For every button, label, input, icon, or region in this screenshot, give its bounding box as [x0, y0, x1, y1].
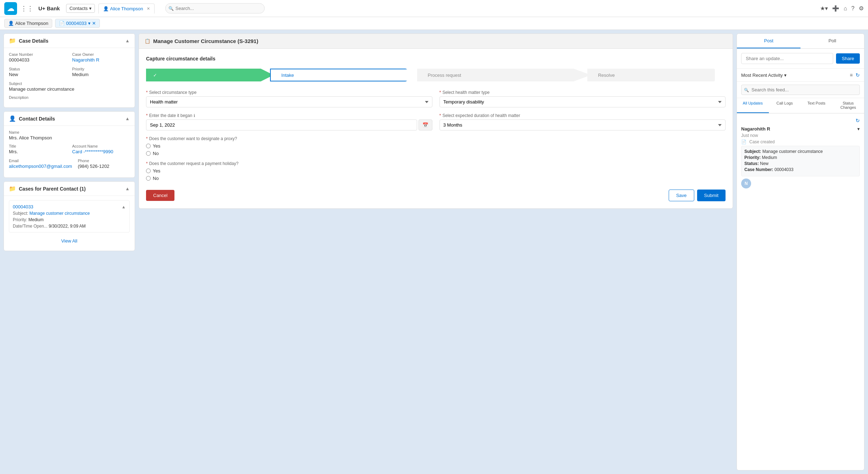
case-item-expand-icon[interactable]: ▲: [122, 204, 126, 209]
calendar-icon-button[interactable]: 📅: [419, 119, 432, 131]
feed-search-input[interactable]: [741, 85, 860, 95]
refresh-icon[interactable]: ↻: [856, 72, 860, 78]
cloud-icon: ☁: [7, 4, 14, 13]
payment-yes-label: Yes: [153, 168, 160, 174]
case-number-field: Case Number 00004033: [9, 52, 66, 63]
case-datetime-row: Date/Time Open... 9/30/2022, 9:09 AM: [13, 224, 126, 229]
cases-parent-title-group: 📁 Cases for Parent Contact (1): [9, 185, 86, 192]
tab-call-logs[interactable]: Call Logs: [769, 98, 801, 113]
btn-group: Save Submit: [669, 190, 726, 201]
breadcrumb-case-label: 00004033: [66, 21, 87, 26]
proxy-no-option[interactable]: No: [146, 151, 726, 156]
duration-label: * Select expected duration of health mat…: [440, 113, 726, 118]
main-layout: 📁 Case Details ▲ Case Number 00004033 Ca…: [0, 30, 868, 474]
submit-button[interactable]: Submit: [697, 190, 726, 201]
description-field: Description: [9, 95, 130, 100]
account-name-label: Account Name: [72, 144, 130, 148]
proxy-no-label: No: [153, 151, 159, 156]
case-subject-row: Subject: Manage customer circumstance: [13, 211, 126, 216]
title-value: Mrs.: [9, 149, 66, 154]
activity-filter-label: Most Recent Activity ▾: [741, 73, 787, 78]
share-button[interactable]: Share: [836, 53, 860, 64]
form-row-2: * Enter the date it began ℹ 📅 * Select e: [146, 113, 726, 131]
subject-field: Subject Manage customer circumstance: [9, 81, 130, 92]
contacts-dropdown[interactable]: Contacts ▾: [66, 4, 95, 13]
account-name-value[interactable]: Card -**********9990: [72, 149, 130, 154]
duration-select[interactable]: 3 Months: [440, 119, 726, 131]
home-icon[interactable]: ⌂: [843, 5, 847, 12]
status-label: Status: [9, 67, 66, 71]
activity-expand-icon[interactable]: ▾: [857, 126, 860, 132]
new-record-icon[interactable]: ➕: [832, 5, 839, 12]
close-tab-icon[interactable]: ✕: [147, 6, 150, 11]
activity-priority: Priority: Medium: [744, 155, 857, 160]
proxy-yes-option[interactable]: Yes: [146, 143, 726, 149]
share-input[interactable]: [741, 53, 833, 64]
save-button[interactable]: Save: [669, 190, 694, 201]
date-began-group: * Enter the date it began ℹ 📅: [146, 113, 432, 131]
payment-no-radio[interactable]: [146, 176, 151, 181]
required-marker-6: *: [146, 161, 148, 166]
activity-filter-chevron[interactable]: ▾: [784, 73, 787, 78]
activity-detail-box: Subject: Manage customer circumstance Pr…: [741, 146, 860, 176]
subject-label: Subject: [9, 81, 130, 86]
cancel-button[interactable]: Cancel: [146, 190, 174, 201]
settings-icon[interactable]: ⚙: [859, 5, 864, 12]
view-all-link[interactable]: View All: [9, 235, 130, 246]
activity-item: Nagarohith R ▾ Just now 📄 Case created S…: [741, 126, 860, 188]
document-icon: 📄: [59, 21, 65, 26]
favorites-icon[interactable]: ★▾: [820, 5, 828, 12]
proxy-no-radio[interactable]: [146, 151, 151, 156]
tab-poll[interactable]: Poll: [800, 34, 864, 48]
activity-refresh-icon[interactable]: ↻: [856, 118, 860, 123]
tab-status-changes[interactable]: Status Changes: [832, 98, 864, 113]
app-name: U+ Bank: [38, 5, 60, 11]
activity-user-row: Nagarohith R ▾: [741, 126, 860, 132]
feed-search: 🔍: [737, 82, 864, 98]
health-matter-type-select[interactable]: Temporary disability: [440, 96, 726, 107]
case-priority-row: Priority: Medium: [13, 217, 126, 222]
email-phone-row: Email alicethompson007@gmail.com Phone (…: [9, 159, 130, 169]
collapse-contact-icon[interactable]: ▲: [125, 116, 130, 121]
filter-icon[interactable]: ≡: [850, 72, 853, 78]
alice-thompson-tab[interactable]: 👤 Alice Thompson ✕: [98, 4, 155, 14]
tab-text-posts[interactable]: Text Posts: [800, 98, 832, 113]
phone-value: (984) 526-1202: [78, 164, 130, 169]
salesforce-logo: ☁: [4, 2, 17, 15]
contact-details-title-group: 👤 Contact Details: [9, 115, 55, 122]
proxy-question-label: * Does the customer want to designate a …: [146, 136, 726, 141]
priority-label: Priority: [72, 67, 130, 71]
global-search-input[interactable]: [165, 3, 265, 14]
tab-all-updates[interactable]: All Updates: [737, 98, 769, 113]
case-details-body: Case Number 00004033 Case Owner Nagarohi…: [4, 48, 135, 107]
case-details-title: Case Details: [19, 38, 48, 44]
app-launcher-icon[interactable]: ⋮⋮: [21, 5, 33, 12]
collapse-case-icon[interactable]: ▲: [125, 38, 130, 43]
contact-tab-icon: 👤: [103, 6, 109, 11]
case-owner-value[interactable]: Nagarohith R: [72, 57, 130, 63]
proxy-yes-radio[interactable]: [146, 144, 151, 148]
date-began-input[interactable]: [146, 119, 417, 131]
payment-yes-option[interactable]: Yes: [146, 168, 726, 174]
modal-subtitle: Capture circumstance details: [146, 56, 726, 62]
checkmark-icon: ✓: [153, 73, 157, 78]
activity-avatar: N: [741, 179, 751, 188]
payment-no-option[interactable]: No: [146, 176, 726, 181]
payment-yes-radio[interactable]: [146, 169, 151, 173]
help-icon[interactable]: ?: [851, 5, 854, 12]
collapse-cases-icon[interactable]: ▲: [125, 186, 130, 191]
activity-user-name: Nagarohith R: [741, 126, 770, 132]
email-field: Email alicethompson007@gmail.com: [9, 159, 72, 169]
status-priority-row: Status New Priority Medium: [9, 67, 130, 77]
circumstance-type-select[interactable]: Health matter: [146, 96, 432, 107]
tab-post[interactable]: Post: [737, 34, 800, 48]
nav-right-icons: ★▾ ➕ ⌂ ? ⚙: [820, 5, 864, 12]
breadcrumb-alice-thompson[interactable]: 👤 Alice Thompson: [4, 19, 52, 28]
case-number-link[interactable]: 00004033: [13, 204, 33, 209]
alice-tab-label: Alice Thompson: [110, 6, 143, 11]
search-icon: 🔍: [168, 6, 174, 11]
close-case-tab-icon[interactable]: ✕: [92, 21, 96, 26]
breadcrumb-case-number[interactable]: 📄 00004033 ▾ ✕: [55, 19, 100, 28]
email-value[interactable]: alicethompson007@gmail.com: [9, 164, 72, 169]
case-subject-link[interactable]: Manage customer circumstance: [29, 211, 90, 216]
